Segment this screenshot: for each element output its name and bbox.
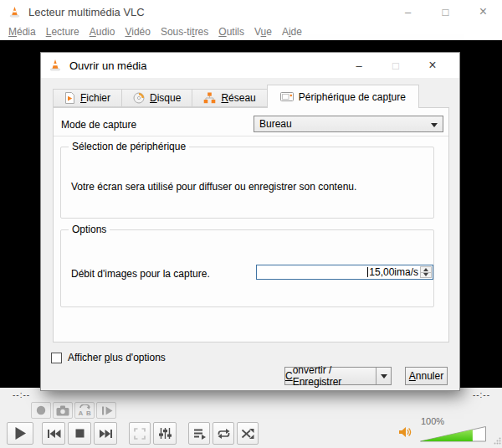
random-button[interactable] [237,422,259,445]
volume-control: 100% [398,418,492,443]
options-title: Options [69,224,110,235]
previous-button[interactable] [42,422,65,445]
menu-video[interactable]: Vidéo [125,26,150,38]
dialog-minimize-icon[interactable]: – [341,53,377,78]
frame-by-frame-icon [100,405,113,416]
tab-disque[interactable]: Disque [121,89,192,107]
framerate-label: Débit d'images pour la capture. [71,268,210,280]
frame-by-frame-button [96,402,116,419]
dialog-buttons: Convertir / Enregistrer Annuler [41,367,448,385]
playlist-icon [192,428,207,440]
advanced-controls: A B [31,402,116,419]
tab-label: Disque [150,92,181,104]
file-icon [64,92,75,104]
main-controls [7,422,259,445]
tab-label: Périphérique de capture [299,91,406,103]
speaker-icon[interactable] [398,425,412,441]
convert-save-button[interactable]: Convertir / Enregistrer [284,367,392,385]
chevron-down-icon [431,123,438,127]
volume-percent-label: 100% [421,416,444,426]
show-more-options-checkbox[interactable] [51,353,62,363]
record-button [31,402,51,419]
capture-mode-select[interactable]: Bureau [254,116,443,132]
record-icon [35,404,47,416]
vlc-cone-icon [49,59,62,72]
show-more-options-row: Afficher plus d'options [51,352,166,363]
divider [54,136,448,136]
snapshot-icon [56,405,69,416]
options-group: Options Débit d'images pour la capture. … [60,229,434,307]
next-button[interactable] [94,422,117,445]
device-selection-title: Sélection de périphérique [69,141,189,152]
loop-icon [217,428,231,440]
play-icon [14,426,27,440]
stop-button[interactable] [68,422,91,445]
capture-mode-value: Bureau [259,118,292,130]
dialog-maximize-icon: □ [377,53,414,78]
menu-aide[interactable]: Aide [282,26,302,38]
device-selection-message: Votre écran sera utilisé pour diffuser o… [71,181,356,193]
dialog-body: Fichier Disque [41,78,459,390]
vlc-main-window: Lecteur multimédia VLC – □ × Média Lectu… [0,0,502,448]
convert-save-label: Convertir / Enregistrer [285,368,376,384]
framerate-value: 15,00ima/s [369,266,418,278]
equalizer-button[interactable] [153,422,177,445]
menu-media[interactable]: Média [8,26,36,38]
close-icon[interactable]: × [464,0,502,23]
menu-sous-titres[interactable]: Sous-titres [161,26,208,38]
dialog-tabs: Fichier Disque [53,85,418,107]
play-button[interactable] [7,422,33,445]
equalizer-icon [158,427,172,440]
main-titlebar: Lecteur multimédia VLC – □ × [0,0,502,23]
spin-down-icon[interactable] [420,272,432,279]
fullscreen-button [129,422,151,445]
player-panel: --:-- --:-- A B [0,388,502,448]
stop-icon [75,429,85,438]
capture-tab-pane: Mode de capture Bureau Sélection de péri… [53,107,449,342]
menubar: Média Lecture Audio Vidéo Sous-titres Ou… [0,23,502,40]
svg-text:A: A [78,409,83,416]
maximize-icon[interactable]: □ [427,0,464,23]
vlc-cone-icon [8,6,21,18]
time-total: --:-- [473,390,490,399]
loop-button[interactable] [213,422,234,445]
convert-save-dropdown[interactable] [376,368,391,384]
resize-grip-icon[interactable] [494,435,501,447]
svg-text:B: B [86,409,91,416]
framerate-spinbox[interactable]: 15,00ima/s [256,265,433,280]
tab-fichier[interactable]: Fichier [53,89,122,107]
tab-label: Fichier [80,92,110,104]
menu-lecture[interactable]: Lecture [46,26,79,38]
tab-peripherique-de-capture[interactable]: Périphérique de capture [267,85,419,108]
disc-icon [133,92,145,104]
menu-audio[interactable]: Audio [90,26,115,38]
window-title: Lecteur multimédia VLC [28,6,145,18]
spinner-buttons [420,266,432,278]
dialog-titlebar: Ouvrir un média – □ × [41,53,459,78]
dialog-close-icon[interactable]: × [414,53,451,78]
menu-outils[interactable]: Outils [218,26,244,38]
ab-loop-icon: A B [78,404,92,416]
menu-vue[interactable]: Vue [254,26,272,38]
chevron-down-icon [381,374,387,378]
minimize-icon[interactable]: – [389,0,427,23]
device-selection-group: Sélection de périphérique Votre écran se… [60,147,434,219]
network-icon [203,92,216,104]
next-icon [99,429,113,439]
ab-loop-button: A B [74,402,95,419]
capture-icon [280,91,294,102]
cancel-label: Annuler [409,370,443,382]
open-media-dialog: Ouvrir un média – □ × Fichier [40,52,460,391]
tab-reseau[interactable]: Réseau [192,89,267,107]
time-elapsed: --:-- [13,390,30,399]
snapshot-button [53,402,73,419]
capture-mode-label: Mode de capture [61,119,136,131]
show-more-options-label: Afficher plus d'options [68,352,166,363]
dialog-title: Ouvrir un média [69,59,146,72]
playlist-button[interactable] [188,422,210,445]
cancel-button[interactable]: Annuler [405,367,448,385]
volume-slider[interactable] [420,426,487,442]
tab-label: Réseau [221,92,255,104]
fullscreen-icon [134,428,146,440]
previous-icon [47,429,61,439]
